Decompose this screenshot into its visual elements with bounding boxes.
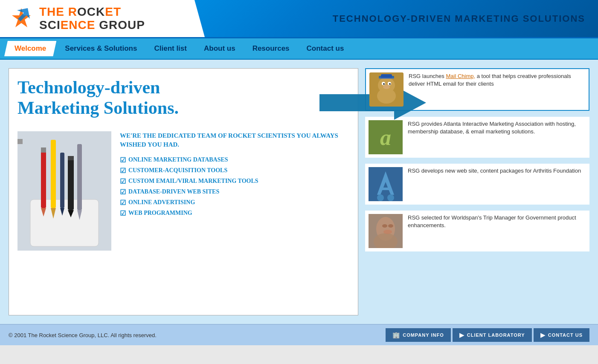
svg-point-34 — [377, 194, 384, 201]
contact-us-button[interactable]: ▶ CONTACT US — [534, 328, 589, 342]
news-text-arthritis: RSG develops new web site, content packa… — [408, 167, 581, 175]
checkmark-icon: ☑ — [120, 209, 126, 217]
nav-item-services[interactable]: Services & Solutions — [56, 41, 145, 56]
svg-point-25 — [383, 85, 390, 89]
mailchimp-icon — [369, 72, 404, 107]
service-list: ☑ Online Marketing Databases ☑ Customer-… — [120, 156, 349, 217]
news-text-aima: RSG provides Atlanta Interactive Marketi… — [408, 120, 586, 136]
news-item-arthritis: RSG develops new web site, content packa… — [365, 164, 589, 205]
nav-item-about[interactable]: About us — [195, 41, 244, 56]
nav-item-welcome[interactable]: Welcome — [4, 41, 56, 56]
mailchimp-thumbnail — [369, 72, 404, 107]
team-tagline: We're the dedicated team of Rocket Scien… — [120, 131, 349, 149]
list-item: ☑ Web programming — [120, 209, 349, 217]
header-tagline: Technology-Driven Marketing Solutions — [333, 13, 585, 24]
logo-text: The Rocket Science Group — [39, 6, 145, 32]
news-text-mailchimp: RSG launches Mail Chimp, a tool that hel… — [409, 72, 585, 88]
footer-buttons: 🏢 COMPANY INFO ▶ CLIENT LABORATORY ▶ CON… — [386, 328, 589, 342]
contact-us-icon: ▶ — [540, 332, 546, 338]
site-header: The Rocket Science Group Technology-Driv… — [0, 0, 598, 38]
svg-point-23 — [383, 83, 385, 85]
checkmark-icon: ☑ — [120, 199, 126, 207]
client-lab-icon: ▶ — [459, 332, 464, 338]
checkmark-icon: ☑ — [120, 188, 126, 196]
svg-rect-10 — [17, 139, 23, 144]
main-nav: Welcome Services & Solutions Client list… — [0, 38, 598, 60]
list-item: ☑ Database-driven web sites — [120, 188, 349, 196]
left-panel: Technology-drivenMarketing Solutions. — [9, 68, 358, 315]
pencils-image — [17, 131, 111, 251]
checkmark-icon: ☑ — [120, 177, 126, 185]
svg-rect-8 — [51, 140, 56, 208]
svg-rect-7 — [41, 147, 46, 153]
news-item-worldspan: RSG selected for Worldspan's Trip Manage… — [365, 211, 589, 251]
company-info-icon: 🏢 — [392, 332, 400, 338]
svg-point-24 — [389, 83, 391, 85]
svg-rect-15 — [68, 156, 74, 160]
aima-thumbnail: a — [369, 120, 403, 154]
list-item: ☑ Online Marketing Databases — [120, 156, 349, 164]
svg-rect-16 — [77, 144, 82, 210]
logo-area: The Rocket Science Group — [0, 0, 205, 37]
left-bottom: We're the dedicated team of Rocket Scien… — [17, 131, 349, 251]
list-item: ☑ Online advertising — [120, 199, 349, 207]
client-lab-label: CLIENT LABORATORY — [467, 332, 525, 338]
worldspan-icon — [369, 214, 403, 248]
news-text-worldspan: RSG selected for Worldspan's Trip Manage… — [408, 214, 586, 229]
company-info-label: COMPANY INFO — [403, 332, 444, 338]
svg-rect-28 — [379, 78, 394, 79]
contact-us-label: CONTACT US — [548, 332, 583, 338]
checkmark-icon: ☑ — [120, 167, 126, 175]
news-item-aima: a RSG provides Atlanta Interactive Marke… — [365, 117, 589, 158]
nav-item-contact[interactable]: Contact us — [298, 41, 353, 56]
main-headline: Technology-drivenMarketing Solutions. — [17, 77, 349, 118]
aima-icon: a — [369, 120, 403, 154]
svg-rect-33 — [380, 188, 392, 190]
main-content: Technology-drivenMarketing Solutions. — [0, 60, 598, 324]
worldspan-thumbnail — [369, 214, 403, 248]
svg-rect-42 — [369, 214, 403, 248]
checkmark-icon: ☑ — [120, 156, 126, 164]
site-footer: © 2001 The Rocket Science Group, LLC. Al… — [0, 324, 598, 345]
mailchimp-link[interactable]: Mail Chimp, — [446, 73, 475, 79]
svg-point-35 — [387, 194, 394, 201]
client-lab-button[interactable]: ▶ CLIENT LABORATORY — [453, 328, 532, 342]
nav-item-clients[interactable]: Client list — [145, 41, 195, 56]
list-item: ☑ Custom email/viral marketing tools — [120, 177, 349, 185]
right-panel: RSG launches Mail Chimp, a tool that hel… — [365, 68, 589, 315]
svg-rect-5 — [41, 148, 46, 208]
svg-text:a: a — [380, 125, 391, 150]
company-info-button[interactable]: 🏢 COMPANY INFO — [386, 328, 451, 342]
nav-item-resources[interactable]: Resources — [244, 41, 298, 56]
list-item: ☑ Customer-acquisition tools — [120, 167, 349, 175]
right-text: We're the dedicated team of Rocket Scien… — [120, 131, 349, 251]
tagline-area: Technology-Driven Marketing Solutions — [205, 0, 598, 37]
news-item-mailchimp: RSG launches Mail Chimp, a tool that hel… — [365, 68, 589, 111]
svg-rect-11 — [60, 153, 64, 208]
arthritis-icon — [369, 167, 403, 201]
svg-rect-13 — [68, 157, 74, 210]
arthritis-thumbnail — [369, 167, 403, 201]
pencils-graphic — [17, 131, 111, 251]
logo-icon — [9, 6, 34, 32]
copyright-text: © 2001 The Rocket Science Group, LLC. Al… — [9, 332, 157, 338]
